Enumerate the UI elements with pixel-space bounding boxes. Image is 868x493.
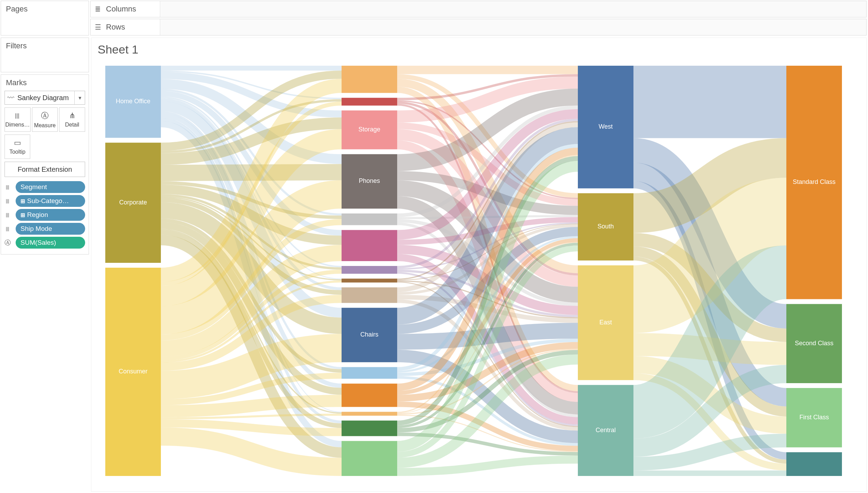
mark-type-dropdown[interactable]: 〰 Sankey Diagram ▾	[5, 91, 85, 105]
sankey-node-label: Storage	[358, 126, 380, 133]
pill-region[interactable]: ⊞Region	[16, 209, 85, 221]
sankey-node-label: Chairs	[360, 331, 378, 338]
sankey-node-label: East	[599, 319, 612, 326]
sankey-node-acc[interactable]	[342, 66, 397, 93]
pill-row-2: ⫼⊞Region	[5, 209, 85, 221]
sankey-node-label: West	[599, 123, 613, 130]
columns-dropzone[interactable]	[160, 1, 866, 17]
pill-shelf-icon: ⫼	[5, 197, 14, 205]
pill-row-1: ⫼⊞Sub-Catego…	[5, 195, 85, 207]
main-column: ≣ Columns ☰ Rows Sheet 1 Home OfficeCorp…	[90, 0, 868, 493]
mark-cell-label: Measure	[34, 122, 56, 129]
mark-type-label: Sankey Diagram	[17, 94, 74, 102]
sankey-node-label: Corporate	[119, 199, 147, 206]
columns-icon: ≣	[95, 5, 103, 13]
mark-pills: ⫼Segment⫼⊞Sub-Catego…⫼⊞Region⫼Ship ModeⒶ…	[1, 181, 89, 249]
pill-row-4: ⒶSUM(Sales)	[5, 237, 85, 249]
pill-row-0: ⫼Segment	[5, 181, 85, 193]
format-extension-button[interactable]: Format Extension	[5, 162, 85, 177]
mark-cell-icon: ⋔	[69, 111, 75, 120]
pill-ship-mode[interactable]: Ship Mode	[16, 223, 85, 235]
mark-cell-0[interactable]: ⫼Dimens…	[5, 107, 31, 132]
sankey-node-fur[interactable]	[342, 278, 397, 282]
mark-buttons-row-1: ⫼Dimens…ⒶMeasure⋔Detail	[5, 107, 85, 132]
columns-label: Columns	[106, 5, 136, 14]
sankey-node-mach[interactable]	[342, 230, 397, 261]
pill-row-3: ⫼Ship Mode	[5, 223, 85, 235]
tooltip-button[interactable]: ▭ Tooltip	[5, 135, 30, 159]
marks-card: Marks 〰 Sankey Diagram ▾ ⫼Dimens…ⒶMeasur…	[1, 74, 89, 254]
sankey-node-label: South	[597, 223, 614, 230]
sankey-node-label: Home Office	[116, 98, 150, 105]
pages-title: Pages	[1, 1, 89, 17]
sankey-node-fast[interactable]	[342, 412, 397, 415]
tooltip-icon: ▭	[14, 138, 21, 147]
pages-card[interactable]: Pages	[1, 1, 89, 35]
mark-cell-icon: Ⓐ	[41, 111, 49, 121]
sankey-node-book[interactable]	[342, 367, 397, 379]
sankey-node-bind[interactable]	[342, 421, 397, 436]
sankey-node-label: Consumer	[118, 368, 147, 375]
mark-cell-icon: ⫼	[14, 111, 21, 120]
sankey-node-art[interactable]	[342, 441, 397, 476]
sankey-node-label: Central	[596, 427, 616, 434]
pill-sub-catego-[interactable]: ⊞Sub-Catego…	[16, 195, 85, 207]
sankey-node-pap[interactable]	[342, 213, 397, 225]
sankey-diagram: Home OfficeCorporateConsumerStoragePhone…	[91, 38, 866, 490]
sankey-node-lab[interactable]	[342, 266, 397, 274]
viz-canvas[interactable]: Sheet 1 Home OfficeCorporateConsumerStor…	[91, 38, 867, 492]
rows-label: Rows	[106, 23, 125, 32]
sankey-icon: 〰	[5, 94, 17, 102]
filters-title: Filters	[1, 38, 89, 54]
chevron-down-icon[interactable]: ▾	[74, 91, 85, 104]
columns-shelf[interactable]: ≣ Columns	[90, 1, 867, 17]
format-extension-label: Format Extension	[18, 165, 72, 173]
rows-icon: ☰	[95, 23, 103, 31]
rows-dropzone[interactable]	[160, 19, 866, 35]
tooltip-label: Tooltip	[9, 149, 25, 155]
sankey-node-label: First Class	[800, 414, 829, 421]
sankey-node-label: Phones	[359, 177, 380, 184]
mark-cell-label: Dimens…	[5, 122, 30, 128]
sidebar: Pages Filters Marks 〰 Sankey Diagram ▾ ⫼…	[0, 0, 90, 493]
sankey-node-cop[interactable]	[342, 383, 397, 407]
sankey-node-app[interactable]	[342, 98, 397, 105]
sankey-node-same[interactable]	[786, 452, 842, 476]
sankey-node-env[interactable]	[342, 288, 397, 303]
pill-shelf-icon: Ⓐ	[5, 239, 14, 247]
mark-cell-label: Detail	[65, 122, 79, 128]
mark-cell-2[interactable]: ⋔Detail	[59, 107, 85, 132]
rows-shelf[interactable]: ☰ Rows	[90, 19, 867, 35]
pill-sum-sales-[interactable]: SUM(Sales)	[16, 237, 85, 249]
pill-shelf-icon: ⫼	[5, 184, 14, 191]
pill-segment[interactable]: Segment	[16, 181, 85, 193]
pill-shelf-icon: ⫼	[5, 211, 14, 219]
pill-shelf-icon: ⫼	[5, 225, 14, 233]
filters-card[interactable]: Filters	[1, 38, 89, 72]
mark-buttons-row-2: ▭ Tooltip	[5, 135, 85, 159]
sankey-node-label: Second Class	[795, 340, 833, 347]
marks-title: Marks	[1, 75, 89, 91]
mark-cell-1[interactable]: ⒶMeasure	[32, 107, 58, 132]
sankey-node-label: Standard Class	[793, 178, 835, 185]
